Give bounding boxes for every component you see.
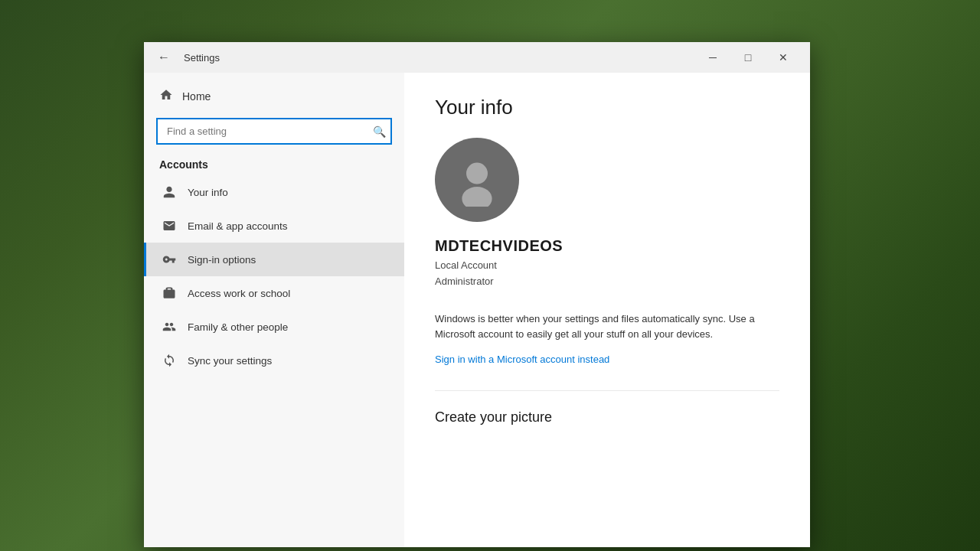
maximize-button[interactable]: □ xyxy=(730,42,766,73)
avatar-svg xyxy=(450,153,504,207)
settings-window: ← Settings ─ □ ✕ Home 🔍 xyxy=(144,42,810,547)
title-bar: ← Settings ─ □ ✕ xyxy=(144,42,810,73)
sidebar-item-your-info[interactable]: Your info xyxy=(144,175,404,209)
family-other-people-label: Family & other people xyxy=(188,321,288,333)
back-button[interactable]: ← xyxy=(153,47,175,68)
avatar-container xyxy=(435,138,779,222)
home-icon xyxy=(159,88,173,104)
search-container: 🔍 xyxy=(144,112,404,151)
search-icon: 🔍 xyxy=(373,126,386,138)
key-icon xyxy=(162,252,177,267)
main-content: Your info MDTECHVIDEOS Local Account Adm… xyxy=(404,73,810,547)
sidebar-item-access-work-school[interactable]: Access work or school xyxy=(144,276,404,310)
sidebar-item-family-other-people[interactable]: Family & other people xyxy=(144,310,404,344)
window-controls: ─ □ ✕ xyxy=(695,42,801,73)
window-content: Home 🔍 Accounts Your info xyxy=(144,73,810,547)
svg-point-1 xyxy=(462,187,492,207)
svg-point-0 xyxy=(466,163,488,184)
close-button[interactable]: ✕ xyxy=(766,42,801,73)
home-label: Home xyxy=(182,90,211,103)
access-work-school-label: Access work or school xyxy=(188,288,290,299)
minimize-button[interactable]: ─ xyxy=(695,42,730,73)
your-info-label: Your info xyxy=(188,187,228,198)
search-input[interactable] xyxy=(156,118,392,145)
sidebar-home[interactable]: Home xyxy=(144,80,404,112)
section-header: Accounts xyxy=(144,151,404,175)
sign-in-options-label: Sign-in options xyxy=(188,254,256,266)
sync-message: Windows is better when your settings and… xyxy=(435,311,779,344)
sync-icon xyxy=(162,353,177,368)
title-bar-left: ← Settings xyxy=(153,47,695,68)
email-app-accounts-label: Email & app accounts xyxy=(188,220,288,232)
people-icon xyxy=(162,319,177,334)
sidebar: Home 🔍 Accounts Your info xyxy=(144,73,404,547)
account-type-1: Local Account xyxy=(435,258,779,274)
sidebar-item-sync-settings[interactable]: Sync your settings xyxy=(144,344,404,377)
create-picture-section: Create your picture xyxy=(435,390,779,425)
window-title: Settings xyxy=(184,52,220,64)
sidebar-item-sign-in-options[interactable]: Sign-in options xyxy=(144,243,404,276)
username: MDTECHVIDEOS xyxy=(435,237,779,255)
email-icon xyxy=(162,218,177,233)
avatar xyxy=(435,138,519,222)
ms-account-link[interactable]: Sign in with a Microsoft account instead xyxy=(435,354,609,365)
person-icon xyxy=(162,184,177,200)
sync-settings-label: Sync your settings xyxy=(188,355,272,367)
page-title: Your info xyxy=(435,96,779,119)
account-type-2: Administrator xyxy=(435,274,779,290)
sidebar-item-email-app-accounts[interactable]: Email & app accounts xyxy=(144,209,404,243)
briefcase-icon xyxy=(162,285,177,301)
